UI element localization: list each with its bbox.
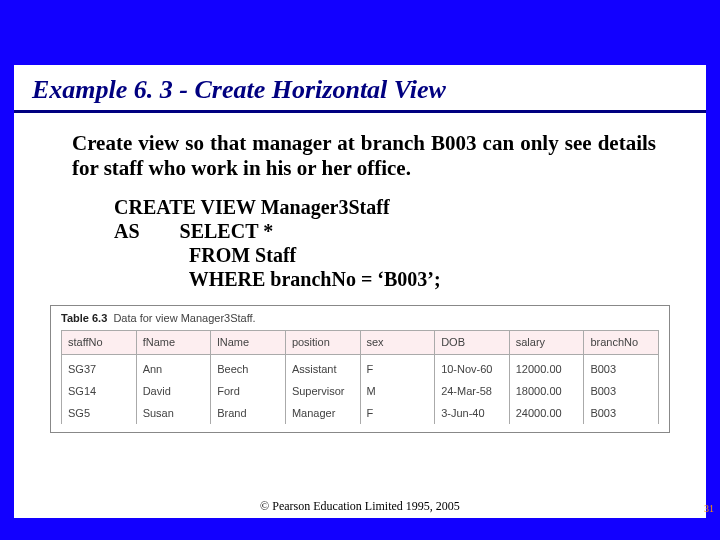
- cell: 24-Mar-58: [435, 380, 510, 402]
- cell: 24000.00: [509, 402, 584, 424]
- page-number: 31: [704, 503, 714, 514]
- cell: 10-Nov-60: [435, 354, 510, 380]
- table-header-row: staffNo fName lName position sex DOB sal…: [62, 330, 659, 354]
- table-caption: Table 6.3 Data for view Manager3Staff.: [61, 312, 659, 324]
- table-figure: Table 6.3 Data for view Manager3Staff. s…: [50, 305, 670, 433]
- cell: Beech: [211, 354, 286, 380]
- cell: 12000.00: [509, 354, 584, 380]
- slide-title: Example 6. 3 - Create Horizontal View: [32, 75, 688, 105]
- cell: SG37: [62, 354, 137, 380]
- col-staffno: staffNo: [62, 330, 137, 354]
- cell: B003: [584, 380, 659, 402]
- cell: Brand: [211, 402, 286, 424]
- cell: Susan: [136, 402, 211, 424]
- cell: Assistant: [285, 354, 360, 380]
- cell: 3-Jun-40: [435, 402, 510, 424]
- cell: 18000.00: [509, 380, 584, 402]
- cell: Supervisor: [285, 380, 360, 402]
- cell: SG5: [62, 402, 137, 424]
- cell: Ford: [211, 380, 286, 402]
- cell: F: [360, 354, 435, 380]
- code-line-1: CREATE VIEW Manager3Staff: [114, 196, 390, 218]
- cell: B003: [584, 402, 659, 424]
- description-text: Create view so that manager at branch B0…: [14, 113, 706, 181]
- cell: B003: [584, 354, 659, 380]
- table-row: SG14 David Ford Supervisor M 24-Mar-58 1…: [62, 380, 659, 402]
- table-row: SG5 Susan Brand Manager F 3-Jun-40 24000…: [62, 402, 659, 424]
- col-sex: sex: [360, 330, 435, 354]
- data-table: staffNo fName lName position sex DOB sal…: [61, 330, 659, 424]
- table-row: SG37 Ann Beech Assistant F 10-Nov-60 120…: [62, 354, 659, 380]
- col-position: position: [285, 330, 360, 354]
- col-fname: fName: [136, 330, 211, 354]
- col-dob: DOB: [435, 330, 510, 354]
- footer-copyright: © Pearson Education Limited 1995, 2005: [14, 499, 706, 514]
- cell: F: [360, 402, 435, 424]
- col-lname: lName: [211, 330, 286, 354]
- table-caption-bold: Table 6.3: [61, 312, 107, 324]
- code-line-3: FROM Staff: [114, 244, 296, 266]
- cell: Ann: [136, 354, 211, 380]
- col-salary: salary: [509, 330, 584, 354]
- slide-body: Example 6. 3 - Create Horizontal View Cr…: [14, 65, 706, 518]
- cell: Manager: [285, 402, 360, 424]
- code-line-2: AS SELECT *: [114, 220, 273, 242]
- code-line-4: WHERE branchNo = ‘B003’;: [114, 268, 441, 290]
- cell: SG14: [62, 380, 137, 402]
- cell: David: [136, 380, 211, 402]
- sql-code-block: CREATE VIEW Manager3Staff AS SELECT * FR…: [14, 181, 706, 291]
- col-branchno: branchNo: [584, 330, 659, 354]
- title-wrap: Example 6. 3 - Create Horizontal View: [14, 65, 706, 107]
- table-caption-text: Data for view Manager3Staff.: [113, 312, 255, 324]
- cell: M: [360, 380, 435, 402]
